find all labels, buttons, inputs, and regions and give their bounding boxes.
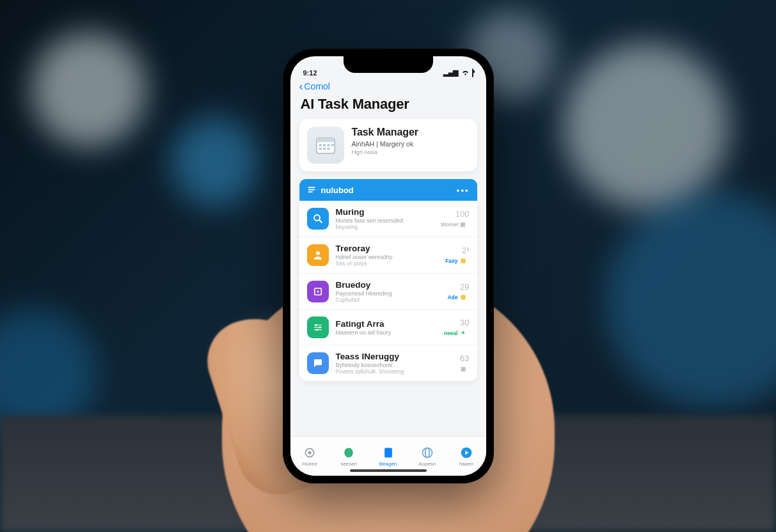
task-subtitle-2: Cophuhrd [336,297,434,303]
phone-screen: 9:12 ▂▄▆ ‹ Comol AI Task Manager [290,56,486,476]
task-row[interactable]: Bruedoy Paycenesd Hesreding Cophuhrd 29 … [299,273,477,309]
svg-point-26 [308,451,312,454]
tab-home[interactable]: Hoeee [290,437,329,476]
hero-title: Task Manager [352,127,418,138]
tab-label: Hoeee [302,461,317,467]
svg-point-28 [422,448,432,457]
play-icon [460,446,473,459]
globe-icon [421,446,434,459]
battery-icon [472,69,473,77]
task-row[interactable]: Teass INeruggy Byhetody kosoeohone Poven… [299,345,477,381]
svg-rect-15 [461,258,466,263]
sliders-icon [307,317,329,338]
svg-rect-8 [327,148,329,150]
calendar-icon [307,127,344,164]
home-icon [303,446,316,459]
svg-rect-4 [327,144,329,146]
task-list: Muring Mones fass sen resersded beyoeing… [299,201,477,381]
task-tag: Fasy [442,257,469,265]
task-subtitle-2: Ses on potys [336,260,434,267]
svg-rect-6 [319,148,321,150]
chat-icon [307,352,329,374]
svg-rect-11 [308,191,312,192]
tab-label: seesen [340,461,357,467]
chevron-left-icon: ‹ [299,81,303,92]
tab-label: haaen [459,461,473,467]
square-icon [307,281,329,302]
status-time: 9:12 [303,69,317,77]
task-title: Fatingt Arra [336,319,434,329]
task-tag: Ade [444,293,469,301]
section-header-label: nulubod [321,185,354,195]
task-tag: ▣ [457,365,470,373]
phone-frame: 9:12 ▂▄▆ ‹ Comol AI Task Manager [283,49,494,483]
wifi-icon [461,69,470,77]
svg-rect-9 [308,187,315,188]
task-tag: Womet ▣ [438,221,470,228]
sparkle-icon [460,330,466,336]
back-button[interactable]: ‹ Comol [290,78,486,93]
task-tag: neeal [441,329,470,337]
task-title: Bruedoy [336,280,434,290]
badge-icon [460,258,466,264]
badge-icon [460,294,466,301]
svg-line-13 [319,220,322,223]
hero-card[interactable]: Task Manager AinhAH | Margery ok Hgri As… [299,119,477,171]
task-count: 29 [460,282,469,292]
svg-rect-5 [331,144,333,146]
svg-point-14 [316,251,320,255]
task-subtitle: Mones fass sen resersded [336,217,431,224]
svg-point-29 [425,448,429,457]
task-count: 2¹ [462,246,470,255]
task-title: Muring [336,207,431,217]
task-subtitle-2: Povens epfohulk. Sreoteeng [336,368,434,375]
svg-rect-10 [308,189,315,191]
task-count: 100 [455,209,470,219]
svg-rect-27 [384,448,392,457]
task-subtitle: Maseere oo asl haory [336,329,434,336]
tab-play[interactable]: haaen [447,437,486,476]
task-subtitle: Paycenesd Hesreding [336,290,434,297]
page-title: AI Task Manager [290,93,486,119]
svg-rect-18 [461,295,466,300]
tab-label: Beagen [379,461,397,467]
task-subtitle-2: beyoeing [336,224,431,230]
svg-rect-7 [323,148,326,150]
task-subtitle: Byhetody kosoeohone [336,362,434,368]
notch [344,56,433,73]
task-title: Teass INeruggy [336,352,434,361]
back-label: Comol [305,81,330,91]
task-row[interactable]: Fatingt Arra Maseere oo asl haory 30 nee… [299,309,477,345]
list-icon [307,185,316,194]
leaf-icon [342,446,355,459]
svg-rect-1 [316,138,335,142]
task-row[interactable]: Muring Mones fass sen resersded beyoeing… [299,201,477,237]
home-indicator[interactable] [350,469,427,472]
svg-rect-3 [323,144,326,146]
svg-point-17 [317,291,319,293]
signal-icon: ▂▄▆ [443,68,459,77]
hero-subtitle-2: Hgri Assa [352,148,418,155]
task-row[interactable]: Treroray Hdrief ouser eeresdrty Ses on p… [299,237,477,273]
task-title: Treroray [336,244,434,253]
task-count: 63 [460,354,469,363]
book-icon [382,446,395,459]
tab-label: Aopesn [418,461,436,467]
section-header[interactable]: nulubod ••• [299,179,477,201]
task-subtitle: Hdrief ouser eeresdrty [336,254,434,260]
person-icon [307,244,329,266]
svg-rect-2 [319,144,321,146]
more-icon[interactable]: ••• [457,185,470,195]
task-count: 30 [460,318,469,327]
search-icon [307,208,329,230]
hero-subtitle-1: AinhAH | Margery ok [352,140,418,148]
